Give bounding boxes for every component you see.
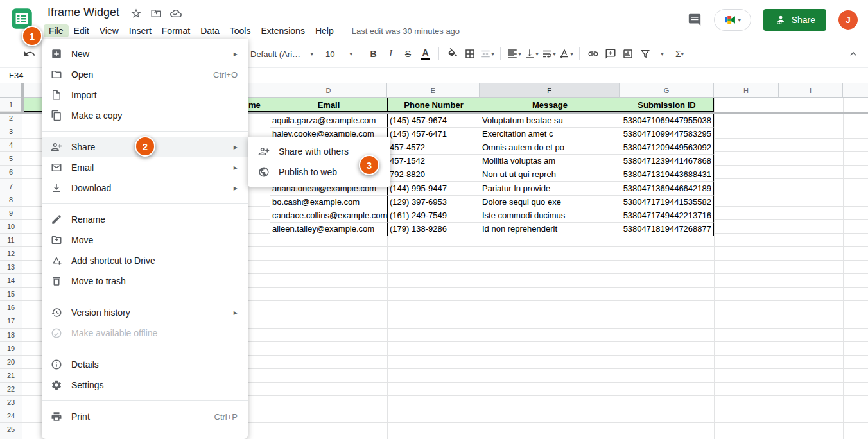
menu-item-print[interactable]: Print Ctrl+P (42, 406, 248, 427)
italic-button[interactable]: I (382, 46, 399, 63)
cell-F5[interactable]: Mollitia voluptas am (480, 155, 620, 168)
menubar-item-edit[interactable]: Edit (69, 24, 94, 37)
menu-item-email[interactable]: Email ▶ (42, 157, 248, 178)
cell-E2[interactable]: (145) 457-9674 (387, 114, 480, 128)
font-size-select[interactable]: 10 ▾ (323, 49, 355, 59)
menu-item-new[interactable]: New ▶ (42, 44, 248, 64)
functions-button[interactable]: Σ▾ (671, 46, 688, 63)
font-family-select[interactable]: Default (Ari… ▾ (250, 49, 313, 59)
row-header-6[interactable]: 6 (0, 166, 22, 179)
cell-G3[interactable]: 5380471099447583295 (620, 128, 714, 141)
cell-G10[interactable]: 5380471819447268877 (620, 223, 714, 236)
col-header-F[interactable]: F (480, 83, 620, 98)
text-rotation-button[interactable]: ▾ (557, 46, 575, 63)
move-to-folder-icon[interactable] (150, 8, 162, 19)
frozen-col-bar[interactable] (21, 83, 24, 114)
row-header-13[interactable]: 13 (0, 261, 22, 274)
cell-F10[interactable]: Id non reprehenderit (480, 223, 620, 236)
row-header-9[interactable]: 9 (0, 207, 22, 220)
cell-F6[interactable]: Non ut ut qui repreh (480, 168, 620, 182)
menubar-item-extensions[interactable]: Extensions (256, 24, 309, 37)
cell-F7[interactable]: Pariatur In provide (480, 182, 620, 196)
filter-views-caret[interactable]: ▾ (654, 46, 671, 63)
row-header-21[interactable]: 21 (0, 369, 22, 383)
cell-D10[interactable]: aileen.talley@example.com (270, 223, 387, 236)
fill-color-button[interactable] (444, 46, 461, 63)
text-color-button[interactable]: A (417, 46, 434, 63)
insert-link-button[interactable] (584, 46, 602, 63)
vertical-align-button[interactable]: ▾ (523, 46, 540, 63)
horizontal-align-button[interactable]: ▾ (505, 46, 523, 63)
header-cell-submission-id[interactable]: Submission ID (620, 98, 714, 112)
col-header-I[interactable]: I (779, 83, 843, 98)
row-header-10[interactable]: 10 (0, 220, 22, 234)
menu-item-rename[interactable]: Rename (42, 209, 248, 230)
row-header-17[interactable]: 17 (0, 314, 22, 328)
avatar[interactable]: J (838, 10, 858, 30)
cell-G9[interactable]: 5380471749442213716 (620, 209, 714, 223)
row-header-8[interactable]: 8 (0, 193, 22, 207)
menu-item-make-a-copy[interactable]: Make a copy (42, 105, 248, 126)
strikethrough-button[interactable]: S (399, 46, 417, 63)
document-title[interactable]: Iframe Widget (48, 6, 119, 19)
insert-comment-button[interactable] (602, 46, 619, 63)
menubar-item-file[interactable]: File (44, 24, 69, 37)
bold-button[interactable]: B (365, 46, 382, 63)
last-edit-link[interactable]: Last edit was 30 minutes ago (352, 26, 460, 36)
name-box[interactable]: F34 (9, 71, 23, 80)
header-cell-email[interactable]: Email (270, 98, 387, 112)
comment-history-icon[interactable] (688, 13, 702, 27)
row-header-15[interactable]: 15 (0, 288, 22, 301)
header-cell-phone-number[interactable]: Phone Number (387, 98, 480, 112)
text-wrap-button[interactable]: ▾ (540, 46, 557, 63)
cell-G6[interactable]: 5380471319443688431 (620, 168, 714, 182)
row-header-12[interactable]: 12 (0, 247, 22, 261)
cell-F9[interactable]: Iste commodi ducimus (480, 209, 620, 223)
row-header-18[interactable]: 18 (0, 329, 22, 342)
cloud-saved-icon[interactable] (170, 8, 182, 19)
row-header-14[interactable]: 14 (0, 274, 22, 288)
hide-menus-icon[interactable] (847, 47, 860, 60)
row-header-5[interactable]: 5 (0, 152, 22, 166)
cell-E9[interactable]: (161) 249-7549 (387, 209, 480, 223)
menu-item-open[interactable]: Open Ctrl+O (42, 64, 248, 85)
menubar-item-format[interactable]: Format (157, 24, 195, 37)
cell-E8[interactable]: (129) 397-6953 (387, 196, 480, 209)
menu-item-import[interactable]: Import (42, 85, 248, 105)
row-header-19[interactable]: 19 (0, 342, 22, 356)
menubar-item-data[interactable]: Data (195, 24, 225, 37)
cell-G4[interactable]: 5380471209449563092 (620, 141, 714, 155)
menu-item-download[interactable]: Download ▶ (42, 178, 248, 198)
cell-G8[interactable]: 5380471719441535582 (620, 196, 714, 209)
cell-E6[interactable]: 792-8820 (387, 168, 480, 182)
cell-D2[interactable]: aquila.garza@example.com (270, 114, 387, 128)
menubar-item-tools[interactable]: Tools (225, 24, 256, 37)
col-header-G[interactable]: G (620, 83, 714, 98)
menu-item-version-history[interactable]: Version history ▶ (42, 302, 248, 323)
cell-E5[interactable]: 457-1542 (387, 155, 480, 168)
col-header-E[interactable]: E (387, 83, 480, 98)
row-header-23[interactable]: 23 (0, 396, 22, 409)
row-header-24[interactable]: 24 (0, 409, 22, 423)
share-button[interactable]: Share (763, 9, 826, 31)
cell-F2[interactable]: Voluptatum beatae su (480, 114, 620, 128)
cell-E7[interactable]: (144) 995-9447 (387, 182, 480, 196)
cell-E4[interactable]: 457-4572 (387, 141, 480, 155)
menu-item-settings[interactable]: Settings (42, 375, 248, 395)
row-header-22[interactable]: 22 (0, 383, 22, 396)
header-cell-message[interactable]: Message (480, 98, 620, 112)
star-icon[interactable] (130, 8, 142, 19)
cell-D8[interactable]: bo.cash@example.com (270, 196, 387, 209)
undo-icon[interactable] (23, 47, 36, 60)
cell-E10[interactable]: (179) 138-9286 (387, 223, 480, 236)
filter-button[interactable] (636, 46, 654, 63)
menu-item-move[interactable]: Move (42, 230, 248, 250)
cell-E3[interactable]: (145) 457-6471 (387, 128, 480, 141)
select-all-corner[interactable] (0, 83, 22, 98)
cell-G2[interactable]: 5380471069447955038 (620, 114, 714, 128)
row-header-20[interactable]: 20 (0, 356, 22, 369)
menubar-item-help[interactable]: Help (310, 24, 339, 37)
menu-item-details[interactable]: Details (42, 354, 248, 375)
cell-D9[interactable]: candace.collins@example.com (270, 209, 387, 223)
row-header-25[interactable]: 25 (0, 423, 22, 436)
